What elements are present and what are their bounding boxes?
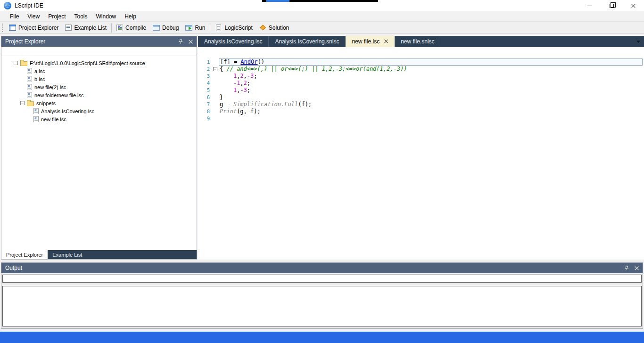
fold-margin [212, 66, 219, 73]
code-token: g = [220, 101, 233, 108]
tree-indent-spacer [20, 69, 25, 73]
window-title: LScript IDE [15, 2, 43, 9]
code-line: 9 [198, 115, 644, 122]
tree-item-a-lsc[interactable]: a.lsc [1, 67, 197, 75]
code-token: 2 [244, 80, 247, 86]
window-controls [579, 0, 644, 11]
code-line: 3 1,2,-3; [198, 73, 644, 80]
folder-icon [20, 61, 27, 66]
code-token: ; [254, 73, 257, 79]
code-token: , [240, 80, 243, 86]
tree-indent-spacer [20, 85, 25, 89]
document-tab-new-file-lsc[interactable]: new file.lsc [346, 36, 395, 47]
app-icon [4, 2, 11, 9]
code-line: 8Print(g, f); [198, 108, 644, 115]
code-line: 5 1,-3; [198, 87, 644, 94]
menu-item-view[interactable]: View [23, 11, 44, 22]
tree-indent-spacer [27, 109, 31, 113]
tree-item-label: new foldernew file.lsc [34, 92, 84, 98]
restore-icon [610, 4, 614, 8]
project-explorer-header: Project Explorer [1, 36, 197, 47]
toolbar-button-run[interactable]: Run [182, 22, 208, 33]
panel-tab-example-list[interactable]: Example List [48, 250, 87, 259]
menu-item-file[interactable]: File [6, 11, 23, 22]
document-tabs: Analysis.IsCovering.lscAnalysis.IsCoveri… [198, 36, 441, 47]
code-token [220, 80, 233, 86]
toolbar-buttons: Project ExplorerExample ListCompileDebug… [6, 22, 292, 34]
code-editor[interactable]: 1[f] = AndOr()2{ // and<=>(,) || or<=>(;… [198, 47, 644, 259]
line-number: 9 [198, 115, 212, 122]
file-icon [27, 68, 32, 74]
tree-expander[interactable] [20, 101, 25, 105]
toolbar-button-label: LogicScript [224, 25, 252, 31]
file-icon [27, 84, 32, 90]
close-icon [631, 4, 636, 8]
tree-item-new-file-2-lsc[interactable]: new file(2).lsc [1, 83, 197, 91]
output-content-area [2, 286, 642, 326]
tree-item-snippets[interactable]: snippets [1, 99, 197, 107]
pin-icon[interactable] [624, 266, 629, 271]
document-tab-analysis-iscovering-lsc[interactable]: Analysis.IsCovering.lsc [198, 36, 269, 47]
output-input-strip [2, 275, 642, 283]
tree-item-label: F:\rd\Logic\1.0.0\LogicScript\LSEdit\pro… [30, 60, 145, 66]
restore-button[interactable] [601, 0, 622, 11]
toolbar-button-logicscript[interactable]: LogicScript [212, 22, 256, 33]
close-button[interactable] [622, 0, 644, 11]
code-line-content: 1,-3; [219, 87, 643, 94]
tree-item-label: new file.lsc [41, 117, 66, 122]
run-icon [185, 25, 192, 31]
code-token: () [257, 59, 264, 65]
toolbar-button-label: Solution [269, 25, 289, 31]
tab-list-dropdown-icon[interactable] [636, 41, 640, 43]
line-number: 5 [198, 87, 212, 94]
document-tabstrip: Analysis.IsCovering.lscAnalysis.IsCoveri… [198, 36, 644, 47]
tree-item-analysis-iscovering-lsc[interactable]: Analysis.IsCovering.lsc [1, 107, 197, 115]
tree-item-f-rd-logic-1-0-0-logicscript-lsedit-project-source[interactable]: F:\rd\Logic\1.0.0\LogicScript\LSEdit\pro… [1, 59, 197, 67]
editor-area: Analysis.IsCovering.lscAnalysis.IsCoveri… [198, 36, 644, 259]
debug-icon [153, 25, 160, 31]
document-tab-analysis-iscovering-snlsc[interactable]: Analysis.IsCovering.snlsc [269, 36, 346, 47]
close-panel-icon[interactable] [189, 40, 193, 44]
line-number: 2 [198, 66, 212, 73]
menu-item-help[interactable]: Help [120, 11, 140, 22]
minimize-button[interactable] [579, 0, 601, 11]
code-line: 2{ // and<=>(,) || or<=>(;) || 1,2,-3;<=… [198, 66, 644, 73]
code-token: (f); [298, 101, 312, 108]
tree-item-label: snippets [36, 100, 56, 106]
panel-tab-project-explorer[interactable]: Project Explorer [1, 250, 48, 259]
toolbar-button-solution[interactable]: Solution [256, 22, 292, 33]
line-number: 7 [198, 101, 212, 108]
toolbar-button-debug[interactable]: Debug [149, 22, 182, 33]
compile-icon [116, 25, 123, 31]
menu-bar: FileViewProjectToolsWindowHelp [0, 11, 644, 22]
toolbar-button-label: Run [195, 25, 205, 31]
line-number: 4 [198, 80, 212, 87]
tree-item-b-lsc[interactable]: b.lsc [1, 75, 197, 83]
menu-item-project[interactable]: Project [44, 11, 70, 22]
toolbar-button-project-explorer[interactable]: Project Explorer [6, 22, 62, 33]
tree-expander[interactable] [14, 61, 18, 65]
close-panel-icon[interactable] [635, 266, 639, 270]
menu-item-tools[interactable]: Tools [70, 11, 92, 22]
code-token: } [220, 94, 223, 100]
output-body [1, 273, 643, 328]
toolbar-button-compile[interactable]: Compile [113, 22, 149, 33]
project-explorer-header-icons [178, 39, 193, 44]
project-explorer-panel: Project Explorer F:\rd\Logic\1.0.0\Logic… [1, 36, 197, 259]
code-token: Print [220, 108, 237, 115]
project-explorer-title: Project Explorer [5, 38, 45, 45]
toolbar-button-example-list[interactable]: Example List [62, 22, 110, 33]
toolbar-button-label: Project Explorer [18, 25, 58, 31]
fold-toggle-icon[interactable] [213, 67, 217, 71]
tree-item-new-file-lsc[interactable]: new file.lsc [1, 115, 197, 123]
code-line-content: 1,2,-3; [219, 73, 643, 80]
tree-item-new-foldernew-file-lsc[interactable]: new foldernew file.lsc [1, 91, 197, 99]
menu-item-window[interactable]: Window [92, 11, 121, 22]
tab-close-icon[interactable] [384, 40, 388, 43]
code-token: -3 [247, 73, 254, 79]
code-line: 4 -1,2; [198, 80, 644, 87]
pin-icon[interactable] [178, 39, 183, 44]
code-line-content: } [219, 94, 643, 101]
fold-margin [212, 115, 219, 122]
document-tab-new-file-snlsc[interactable]: new file.snlsc [395, 36, 441, 47]
